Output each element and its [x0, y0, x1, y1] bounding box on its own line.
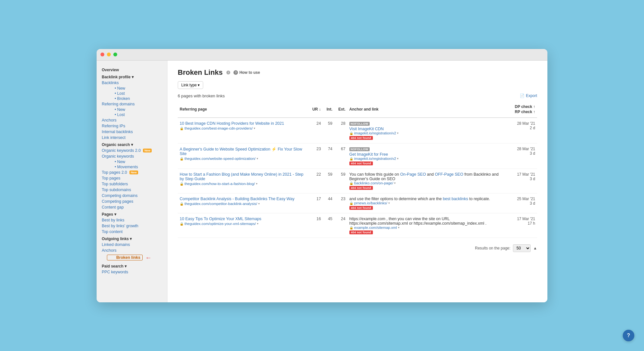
sidebar-item-ok-new[interactable]: • New	[106, 159, 167, 164]
anchor-dropdown-caret[interactable]: ▾	[397, 132, 399, 135]
not-found-badge: 404 not found	[349, 186, 373, 190]
sidebar-item-backlinks-new[interactable]: • New	[106, 86, 167, 91]
sidebar-item-internal-backlinks[interactable]: Internal backlinks	[97, 129, 167, 135]
sidebar-item-ol-anchors[interactable]: Anchors	[97, 248, 167, 253]
sidebar-item-top-pages[interactable]: Top pages	[97, 175, 167, 181]
maximize-button[interactable]	[113, 53, 117, 56]
sidebar-item-linked-domains[interactable]: Linked domains	[97, 242, 167, 248]
ext-value: 67	[334, 143, 347, 169]
sidebar-item-rd-lost[interactable]: • Lost	[106, 112, 167, 117]
sidebar-paid-search[interactable]: Paid search ▾	[97, 262, 167, 269]
lock-icon-anchor: 🔒	[349, 132, 353, 135]
sidebar-item-content-gap[interactable]: Content gap	[97, 204, 167, 210]
sidebar-item-top-content[interactable]: Top content	[97, 229, 167, 235]
anchor-link-2[interactable]: OFF-Page SEO	[435, 172, 463, 177]
minimize-button[interactable]	[107, 53, 111, 56]
sidebar-item-anchors[interactable]: Anchors	[97, 117, 167, 123]
link-type-dropdown[interactable]: Link type ▾	[178, 81, 203, 89]
sidebar-item-organic-keywords[interactable]: Organic keywords	[97, 153, 167, 159]
referring-page-title[interactable]: A Beginner's Guide to Website Speed Opti…	[180, 147, 306, 156]
referring-page-title[interactable]: 10 Best Image CDN Hosting Providers for …	[180, 121, 306, 126]
sidebar-item-top-subfolders[interactable]: Top subfolders	[97, 181, 167, 187]
check-age: 17 h	[510, 221, 535, 226]
anchor-dropdown-caret[interactable]: ▾	[394, 181, 396, 185]
sidebar-item-rd-new[interactable]: • New	[106, 107, 167, 112]
sidebar-item-competing-domains[interactable]: Competing domains	[97, 193, 167, 199]
how-to-use-icon: ?	[233, 70, 238, 75]
date-cell: 28 Mar '212 d	[508, 118, 537, 143]
results-per-page-select[interactable]: 50 25 100	[513, 244, 531, 252]
anchor-text: Get ImageKit for Free	[349, 152, 507, 157]
check-date: 28 Mar '21	[510, 147, 535, 151]
sidebar-item-ppc-keywords[interactable]: PPC keywords	[97, 269, 167, 275]
dropdown-caret[interactable]: ▾	[257, 157, 258, 160]
summary-row: 6 pages with broken links 📄 Export	[178, 93, 537, 98]
table-row: 10 Easy Tips To Optimize Your XML Sitema…	[178, 213, 537, 238]
col-ur[interactable]: UR ↓	[308, 102, 323, 118]
not-found-badge: 404 not found	[349, 136, 373, 140]
referring-page-title[interactable]: How to Start a Fashion Blog (and Make Mo…	[180, 172, 306, 181]
sidebar-item-top-subdomains[interactable]: Top subdomains	[97, 187, 167, 193]
dropdown-caret[interactable]: ▾	[254, 127, 255, 130]
close-button[interactable]	[100, 53, 104, 56]
anchor-dropdown-caret[interactable]: ▾	[398, 226, 400, 229]
table-row: How to Start a Fashion Blog (and Make Mo…	[178, 169, 537, 193]
sidebar-item-backlinks-lost[interactable]: • Lost	[106, 91, 167, 96]
sidebar-item-competing-pages[interactable]: Competing pages	[97, 199, 167, 204]
title-info-icon[interactable]: i	[226, 71, 230, 74]
anchor-link[interactable]: Visit ImageKit CDN	[349, 127, 384, 131]
lock-icon-anchor: 🔒	[349, 201, 353, 205]
sidebar-item-best-by-links-growth[interactable]: Best by links' growth	[97, 223, 167, 229]
results-up-icon[interactable]: ▲	[533, 246, 537, 250]
sidebar-item-broken-links[interactable]: Broken links	[107, 255, 143, 260]
dropdown-caret[interactable]: ▾	[258, 202, 260, 205]
export-button[interactable]: 📄 Export	[520, 93, 537, 98]
anchor-url: 🔒prnews.io/backlinks/▾	[349, 201, 507, 205]
referring-page-title[interactable]: 10 Easy Tips To Optimize Your XML Sitema…	[180, 217, 306, 221]
anchor-dropdown-caret[interactable]: ▾	[397, 157, 399, 160]
help-button[interactable]: ?	[623, 330, 634, 341]
sidebar-item-best-by-links[interactable]: Best by links	[97, 217, 167, 223]
ext-value: 23	[334, 193, 347, 213]
titlebar	[97, 49, 547, 61]
anchor-dropdown-caret[interactable]: ▾	[388, 201, 390, 205]
main-content: Broken Links i ? How to use Link type ▾ …	[167, 61, 547, 302]
sidebar-item-backlinks[interactable]: Backlinks	[97, 80, 167, 86]
anchor-link[interactable]: On-Page SEO	[400, 172, 426, 177]
url-link[interactable]: theguidex.com/optimize-your-xml-sitemaps…	[185, 222, 256, 226]
anchor-text: Visit ImageKit CDN	[349, 127, 507, 131]
nofollow-badge: NOFOLLOW	[349, 147, 370, 151]
dropdown-caret[interactable]: ▾	[256, 182, 258, 185]
sidebar-item-organic-keywords-20[interactable]: Organic keywords 2.0 New	[97, 148, 167, 153]
url-link[interactable]: theguidex.com/competitor-backlink-analys…	[185, 202, 257, 206]
sidebar-backlink-profile[interactable]: Backlink profile ▾	[97, 73, 167, 80]
col-dp-rp[interactable]: DP check ↑ RP check ↑	[508, 102, 537, 118]
sidebar-item-referring-ips[interactable]: Referring IPs	[97, 123, 167, 129]
anchor-url-link[interactable]: imagekit.io/registration/v2	[354, 157, 396, 161]
anchor-url-link[interactable]: backlinko.com/on-page/	[354, 181, 393, 185]
col-int[interactable]: Int.	[323, 102, 335, 118]
referring-page-title[interactable]: Competitor Backlink Analysis - Building …	[180, 197, 306, 201]
sidebar-item-link-intersect[interactable]: Link intersect	[97, 135, 167, 141]
sidebar-organic-search[interactable]: Organic search ▾	[97, 141, 167, 148]
url-link[interactable]: theguidex.com/website-speed-optimization…	[185, 157, 256, 161]
sidebar-item-top-pages-20[interactable]: Top pages 2.0 New	[97, 170, 167, 175]
anchor-link[interactable]: Get ImageKit for Free	[349, 152, 388, 157]
sidebar-pages[interactable]: Pages ▾	[97, 210, 167, 217]
anchor-url-link[interactable]: example.com/sitemap.xml	[354, 226, 397, 229]
date-cell: 17 Mar '213 d	[508, 169, 537, 193]
sidebar-item-backlinks-broken[interactable]: • Broken	[106, 96, 167, 101]
anchor-url-link[interactable]: imagekit.io/registration/v2	[354, 131, 396, 135]
sidebar-item-referring-domains[interactable]: Referring domains	[97, 101, 167, 107]
sidebar-outgoing-links[interactable]: Outgoing links ▾	[97, 235, 167, 242]
url-link[interactable]: theguidex.com/best-image-cdn-providers/	[185, 126, 253, 130]
check-age: 3 d	[510, 201, 535, 206]
dropdown-caret[interactable]: ▾	[257, 222, 259, 225]
sidebar-overview[interactable]: Overview	[97, 66, 167, 73]
anchor-url-link[interactable]: prnews.io/backlinks/	[354, 201, 387, 205]
col-ext[interactable]: Ext.	[334, 102, 347, 118]
anchor-link[interactable]: best backlinks	[443, 197, 468, 201]
sidebar-item-ok-movements[interactable]: • Movements	[106, 164, 167, 170]
url-link[interactable]: theguidex.com/how-to-start-a-fashion-blo…	[185, 182, 255, 186]
how-to-use-link[interactable]: ? How to use	[233, 70, 260, 75]
